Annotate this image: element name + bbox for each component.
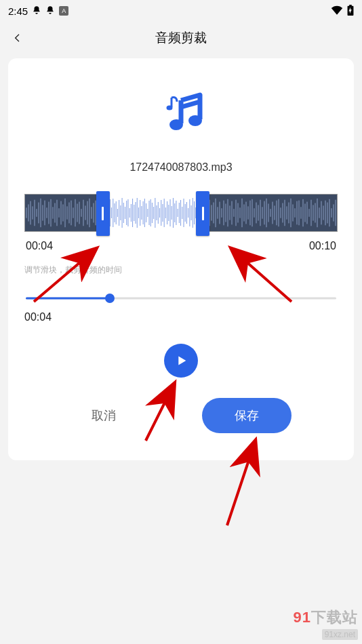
back-button[interactable] bbox=[8, 28, 27, 47]
filename-label: 1724740087803.mp3 bbox=[24, 161, 338, 174]
action-row: 取消 保存 bbox=[24, 398, 338, 433]
watermark-url: 91xz.net bbox=[322, 629, 358, 640]
playback-slider[interactable] bbox=[26, 292, 336, 304]
clock: 2:45 bbox=[8, 5, 28, 17]
play-icon bbox=[174, 353, 188, 368]
trim-handle-left[interactable] bbox=[96, 191, 110, 236]
playback-time: 00:04 bbox=[24, 311, 338, 323]
trim-end-time: 00:10 bbox=[309, 240, 336, 252]
status-left: 2:45 A bbox=[8, 5, 68, 17]
playback-fill bbox=[26, 298, 110, 300]
play-button[interactable] bbox=[164, 344, 198, 378]
watermark-num: 91 bbox=[294, 609, 311, 626]
svg-point-1 bbox=[169, 119, 183, 130]
editor-card: 1724740087803.mp3 00:04 00:10 调节滑块，裁剪音频的… bbox=[8, 58, 354, 460]
watermark-text: 下载站 bbox=[311, 609, 358, 626]
wifi-icon bbox=[331, 5, 343, 17]
svg-point-2 bbox=[188, 115, 202, 126]
header: 音频剪裁 bbox=[0, 22, 362, 54]
waveform-trimmer[interactable] bbox=[24, 194, 338, 232]
ime-indicator-icon: A bbox=[59, 6, 68, 16]
battery-icon bbox=[347, 5, 354, 18]
cancel-button[interactable]: 取消 bbox=[71, 401, 136, 430]
watermark: 91下载站 91xz.net bbox=[294, 607, 358, 640]
save-button[interactable]: 保存 bbox=[202, 398, 291, 433]
playback-thumb[interactable] bbox=[105, 294, 115, 303]
trim-handle-right[interactable] bbox=[196, 191, 209, 236]
music-icon bbox=[24, 87, 338, 141]
trim-hint: 调节滑块，裁剪音频的时间 bbox=[24, 264, 338, 276]
waveform-selection bbox=[103, 194, 203, 232]
status-bar: 2:45 A bbox=[0, 0, 362, 22]
trim-start-time: 00:04 bbox=[26, 240, 53, 252]
back-icon bbox=[12, 33, 23, 43]
trim-times: 00:04 00:10 bbox=[24, 240, 338, 252]
notification-icon bbox=[32, 5, 41, 17]
notification-icon bbox=[45, 5, 55, 17]
svg-point-0 bbox=[167, 106, 173, 110]
page-title: 音频剪裁 bbox=[155, 29, 207, 47]
status-right bbox=[331, 5, 354, 18]
